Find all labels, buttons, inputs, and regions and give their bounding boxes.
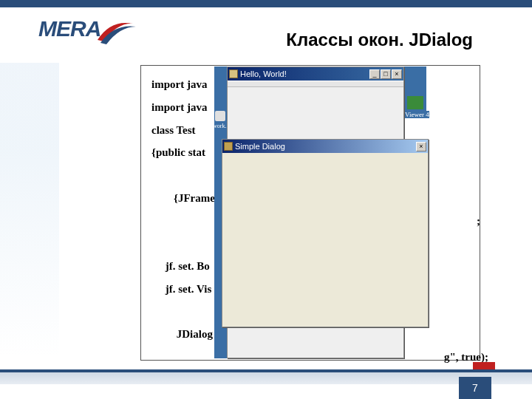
page-number: 7	[472, 382, 478, 394]
hello-window-title: Hello, World!	[240, 69, 287, 78]
desktop-label-left: work.	[213, 123, 226, 129]
java-cup-icon	[224, 142, 233, 151]
hello-window-titlebar[interactable]: Hello, World! _ □ ×	[228, 67, 403, 81]
logo-text: MERA	[38, 16, 100, 41]
dialog-title: Simple Dialog	[235, 142, 285, 151]
page-number-box: 7	[459, 377, 491, 399]
top-accent-bar	[0, 0, 532, 7]
logo-swoosh-icon	[96, 18, 140, 47]
desktop-icon-left	[215, 111, 225, 121]
close-button[interactable]: ×	[392, 69, 402, 79]
footer-red-accent	[473, 362, 495, 369]
decorative-sidebar	[0, 63, 59, 358]
slide-title: Классы окон. JDialog	[286, 30, 473, 50]
simple-dialog-window: Simple Dialog ×	[222, 139, 429, 327]
dialog-body	[222, 153, 428, 327]
hello-window-toolbar	[228, 81, 403, 87]
code-line: jd. set. Bo	[151, 392, 469, 400]
brand-logo: MERA	[38, 16, 142, 52]
dialog-titlebar[interactable]: Simple Dialog ×	[222, 140, 428, 153]
desktop-icon-right	[407, 96, 423, 109]
maximize-button[interactable]: □	[381, 69, 391, 79]
minimize-button[interactable]: _	[369, 69, 380, 79]
desktop-label-right: Viewer 4	[405, 111, 429, 118]
java-cup-icon	[229, 69, 238, 78]
footer-subbar	[0, 372, 532, 384]
close-button[interactable]: ×	[416, 142, 426, 151]
